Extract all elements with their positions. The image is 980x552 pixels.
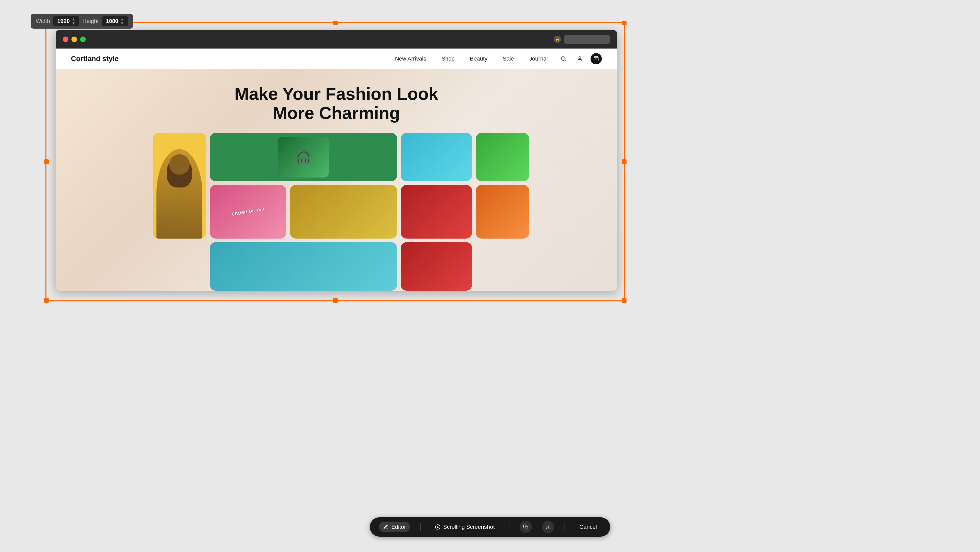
photo-grid: 🎧 CRUSH On You	[153, 133, 520, 291]
download-button[interactable]	[542, 521, 554, 533]
nav-icons	[558, 53, 602, 64]
svg-rect-5	[525, 526, 528, 529]
browser-window: 🔒 Cortland style New Arrivals Shop Beaut…	[56, 30, 617, 291]
height-stepper[interactable]: ▲ ▼	[121, 18, 124, 25]
dimension-controls: Width 1920 ▲ ▼ Height 1080 ▲ ▼	[30, 14, 133, 29]
handle-bot-center[interactable]	[333, 298, 338, 303]
lock-icon: 🔒	[554, 36, 561, 43]
nav-shop[interactable]: Shop	[442, 56, 455, 62]
card-blue-shirt-man[interactable]	[290, 185, 397, 239]
toolbar-separator-1	[420, 523, 421, 531]
width-up[interactable]: ▲	[72, 18, 75, 21]
cart-button[interactable]	[590, 53, 602, 64]
user-button[interactable]	[574, 53, 585, 64]
editor-icon	[383, 524, 389, 530]
width-down[interactable]: ▼	[72, 21, 75, 25]
close-button[interactable]	[63, 37, 68, 42]
width-value[interactable]: 1920 ▲ ▼	[53, 16, 80, 26]
width-stepper[interactable]: ▲ ▼	[72, 18, 75, 25]
card-teal-bottom[interactable]	[210, 242, 397, 291]
card-green-hoodie[interactable]: 🎧	[210, 133, 397, 181]
handle-bot-right[interactable]	[622, 298, 627, 303]
website-content: Cortland style New Arrivals Shop Beauty …	[56, 48, 617, 291]
handle-mid-left[interactable]	[44, 160, 49, 164]
height-down[interactable]: ▼	[121, 21, 124, 25]
address-bar: 🔒	[90, 35, 610, 44]
card-red-bottom[interactable]	[401, 242, 472, 291]
nav-new-arrivals[interactable]: New Arrivals	[395, 56, 426, 62]
card-crush-on-you[interactable]: CRUSH On You	[210, 185, 286, 239]
bottom-toolbar: Editor Scrolling Screenshot Cancel	[370, 517, 610, 537]
download-icon	[546, 525, 551, 530]
handle-mid-right[interactable]	[622, 160, 627, 164]
card-striped-woman[interactable]	[476, 133, 529, 181]
copy-icon	[523, 525, 528, 530]
handle-bot-left[interactable]	[44, 298, 49, 303]
search-button[interactable]	[558, 53, 569, 64]
toolbar-separator-2	[509, 523, 509, 531]
height-up[interactable]: ▲	[121, 18, 124, 21]
nav-journal[interactable]: Journal	[529, 56, 548, 62]
editor-button[interactable]: Editor	[379, 522, 410, 532]
hero-title: Make Your Fashion Look More Charming	[71, 84, 602, 123]
url-input[interactable]	[564, 35, 610, 44]
card-orange-hoodie[interactable]	[476, 185, 529, 239]
hero-section: Make Your Fashion Look More Charming	[56, 69, 617, 291]
site-nav: Cortland style New Arrivals Shop Beauty …	[56, 48, 617, 69]
card-teal-sunglasses[interactable]	[401, 133, 472, 181]
svg-point-0	[562, 56, 565, 60]
width-label: Width	[36, 18, 50, 24]
card-man-yellow[interactable]	[153, 133, 206, 239]
nav-beauty[interactable]: Beauty	[470, 56, 487, 62]
height-value[interactable]: 1080 ▲ ▼	[102, 16, 128, 26]
minimize-button[interactable]	[72, 37, 77, 42]
copy-button[interactable]	[520, 521, 532, 533]
toolbar-separator-3	[565, 523, 565, 531]
scrolling-icon	[435, 524, 441, 530]
scrolling-screenshot-button[interactable]: Scrolling Screenshot	[431, 522, 499, 532]
crush-on-you-text: CRUSH On You	[231, 207, 265, 217]
nav-sale[interactable]: Sale	[503, 56, 514, 62]
browser-toolbar: 🔒	[56, 30, 617, 48]
handle-top-right[interactable]	[622, 21, 627, 25]
svg-point-1	[579, 56, 581, 58]
height-label: Height	[83, 18, 99, 24]
maximize-button[interactable]	[80, 37, 86, 42]
site-logo[interactable]: Cortland style	[71, 55, 119, 63]
cancel-button[interactable]: Cancel	[575, 522, 601, 532]
handle-top-center[interactable]	[333, 21, 338, 25]
traffic-lights	[63, 37, 86, 42]
nav-links: New Arrivals Shop Beauty Sale Journal	[395, 56, 548, 62]
card-pink-cap-woman[interactable]	[401, 185, 472, 239]
